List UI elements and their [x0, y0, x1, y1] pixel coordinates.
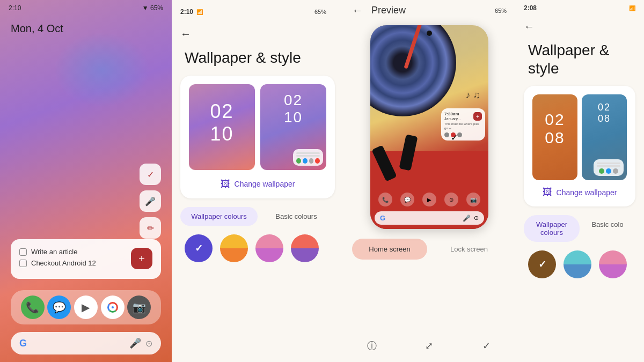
preview-bottom-controls: ⓘ ⤢ ✓ — [343, 336, 515, 356]
swatch-p2-3[interactable] — [599, 250, 627, 278]
wallpaper-screens-2: 0208 0208 — [532, 94, 627, 180]
colour-tabs-2: Wallpaper colours Basic colo — [524, 215, 635, 242]
widget-line-a — [597, 162, 620, 164]
back-button-3[interactable]: ← — [352, 4, 363, 17]
panel2-status-bar: 2:10 📶 65% — [172, 0, 343, 24]
dock-chrome-icon[interactable] — [101, 295, 125, 319]
wp-screen-lock[interactable]: 0210 — [260, 84, 326, 170]
wp-screen-home[interactable]: 0210 — [189, 84, 255, 170]
panel3-status-bar: ← Preview 65% — [343, 0, 515, 21]
preview-screen-tabs: Home screen Lock screen — [352, 239, 507, 260]
dock-message-icon[interactable]: 💬 — [47, 295, 71, 319]
swatch-4[interactable] — [291, 234, 319, 262]
phone-mockup: ♪ ♫ 7:30amJanuary... + This must be wher… — [370, 25, 488, 229]
todo-widget: Write an article Checkout Android 12 + — [11, 239, 161, 279]
mini-app-a — [599, 168, 604, 174]
battery-3: 65% — [495, 8, 507, 14]
change-wallpaper-button[interactable]: 🖼 Change wallpaper — [189, 179, 326, 190]
fab-mini-check[interactable]: ✓ — [140, 164, 161, 185]
wp-clock-home-2: 0208 — [532, 94, 577, 147]
swatch-4-top — [291, 234, 319, 248]
todo-fab-button[interactable]: + — [131, 248, 152, 269]
info-button[interactable]: ⓘ — [362, 336, 382, 356]
todo-items: Write an article Checkout Android 12 — [19, 248, 125, 270]
widget-header: 7:30amJanuary... + — [444, 112, 482, 121]
date-label: Mon, 4 Oct — [0, 16, 172, 41]
wp-mini-widget-2 — [594, 159, 624, 176]
wp-clock-lock: 0210 — [260, 84, 326, 126]
widget-fab: + — [473, 112, 482, 121]
app-phone[interactable]: 📞 — [378, 193, 392, 206]
panel-preview: ← Preview 65% ♪ ♫ 7:30amJanuary... + — [343, 0, 515, 362]
dock-camera-icon[interactable]: 📷 — [127, 295, 151, 319]
swatch-3[interactable] — [255, 234, 283, 262]
app-cam[interactable]: ⊙ — [444, 193, 458, 206]
swatch-3-bottom — [255, 248, 283, 262]
panel2-title: Wallpaper & style — [172, 45, 343, 76]
swatch-2-top — [220, 234, 248, 248]
swatch-check-icon: ✓ — [195, 242, 203, 254]
panel-wallpaper-style-2: 2:08 📶 ← Wallpaper & style 0208 0208 — [515, 0, 644, 362]
phone-search-bar[interactable]: G 🎤 ⊙ — [375, 211, 484, 225]
wp-screen-home-2[interactable]: 0208 — [532, 94, 577, 180]
colour-swatches: ✓ — [172, 226, 343, 271]
phone-search-mic: 🎤 — [463, 215, 471, 222]
phone-mockup-container: ♪ ♫ 7:30amJanuary... + This must be wher… — [343, 21, 515, 233]
widget-time: 7:30amJanuary... — [444, 112, 460, 121]
swatch-check-icon-2: ✓ — [538, 258, 546, 270]
change-wallpaper-button-2[interactable]: 🖼 Change wallpaper — [532, 187, 627, 198]
tab-home-screen[interactable]: Home screen — [352, 239, 427, 260]
app-play[interactable]: ▶ — [422, 193, 436, 206]
phone-search-lens: ⊙ — [474, 215, 479, 221]
swatch-selected[interactable]: ✓ — [185, 234, 213, 262]
tab-lock-screen[interactable]: Lock screen — [431, 239, 507, 260]
swatch-4-bottom — [291, 248, 319, 262]
wp-clock-home: 0210 — [189, 84, 255, 145]
swatch-p2-2[interactable] — [564, 250, 591, 278]
app-camera2[interactable]: 📷 — [466, 193, 480, 206]
dock-play-icon[interactable]: ▶ — [74, 295, 98, 319]
expand-button[interactable]: ⤢ — [420, 336, 439, 356]
search-lens-icon[interactable]: ⊙ — [145, 338, 152, 349]
swatch-2-bottom — [220, 248, 248, 262]
wp-mini-app-row — [296, 158, 320, 164]
fab-mini-edit[interactable]: ✏ — [140, 217, 161, 239]
mini-app-3 — [309, 158, 314, 164]
todo-item-1: Write an article — [19, 248, 125, 256]
wp-screen-lock-2[interactable]: 0208 — [582, 94, 627, 180]
battery-2: 65% — [306, 4, 335, 19]
dock-phone-icon[interactable]: 📞 — [21, 295, 45, 319]
back-button-4[interactable]: ← — [515, 16, 644, 37]
music-notes: ♪ ♫ — [465, 90, 480, 101]
swatch-2[interactable] — [220, 234, 248, 262]
swatch-p2-bottom — [564, 264, 591, 278]
wi-3 — [457, 132, 462, 137]
checkbox-2[interactable] — [19, 260, 27, 267]
widget-icon-row: ✓ — [444, 132, 482, 137]
fab-mini-mic[interactable]: 🎤 — [140, 190, 161, 212]
status-bar-1: 2:10 ▼ 65% — [0, 0, 172, 16]
checkbox-1[interactable] — [19, 248, 27, 256]
mini-app-2 — [303, 158, 308, 164]
confirm-button[interactable]: ✓ — [477, 336, 496, 356]
app-dock: 📞 💬 ▶ 📷 — [11, 290, 161, 324]
panel-home-screen: 2:10 ▼ 65% Mon, 4 Oct Write an article C… — [0, 0, 172, 362]
time-1: 2:10 — [9, 4, 21, 12]
tab-wallpaper-colours[interactable]: Wallpaper colours — [180, 207, 258, 226]
tab-basic-colours-2[interactable]: Basic colo — [580, 215, 635, 242]
tab-wallpaper-colours-2[interactable]: Wallpaper colours — [524, 215, 580, 242]
swatch-selected-2[interactable]: ✓ — [528, 250, 556, 278]
todo-item-2: Checkout Android 12 — [19, 259, 125, 267]
mini-app-1 — [296, 158, 301, 164]
app-msg[interactable]: 💬 — [400, 193, 414, 206]
search-bar[interactable]: G 🎤 ⊙ — [11, 332, 161, 354]
swatch-3-top — [255, 234, 283, 248]
battery-icons-4: 📶 — [629, 5, 635, 11]
back-button-2[interactable]: ← — [172, 24, 343, 45]
phone-app-icons: 📞 💬 ▶ ⊙ 📷 — [370, 193, 488, 206]
signal-icon-2: 📶 — [196, 9, 203, 15]
swatch-p2-top — [564, 250, 591, 264]
search-mic-icon[interactable]: 🎤 — [129, 337, 141, 349]
widget-line-b — [597, 165, 620, 167]
tab-basic-colours[interactable]: Basic colours — [258, 207, 335, 226]
